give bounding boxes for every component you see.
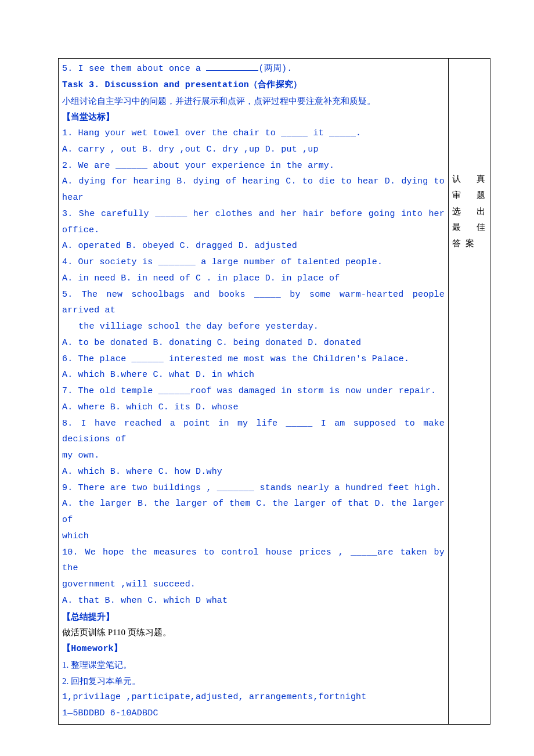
section-homework: 【Homework】 — [62, 641, 445, 657]
q9: 9. There are two buildings , _______ sta… — [62, 480, 445, 496]
answers-line1: 1,privilage ,participate,adjusted, arran… — [62, 689, 445, 705]
task3-desc: 小组讨论自主学习中的问题，并进行展示和点评，点评过程中要注意补充和质疑。 — [62, 93, 445, 110]
q10-options: A. that B. when C. which D what — [62, 593, 445, 609]
q9-options: A. the larger B. the larger of them C. t… — [62, 496, 445, 528]
blank-q5 — [206, 63, 258, 71]
q8-line2: my own. — [62, 448, 445, 464]
q4: 4. Our society is _______ a large number… — [62, 254, 445, 271]
q9-options2: which — [62, 528, 445, 545]
hw2: 2. 回扣复习本单元。 — [62, 674, 445, 690]
answers-line2: 1—5BDDBD 6-10ADBDC — [62, 705, 445, 722]
q10-line2: government ,will succeed. — [62, 577, 445, 593]
q2: 2. We are ______ about your experience i… — [62, 158, 445, 174]
q7-options: A. where B. which C. its D. whose — [62, 399, 445, 416]
q7: 7. The old temple ______roof was damaged… — [62, 383, 445, 399]
q2-options: A. dying for hearing B. dying of hearing… — [62, 174, 445, 206]
q8-options: A. which B. where C. how D.why — [62, 464, 445, 480]
zongjie-line: 做活页训练 P110 页练习题。 — [62, 625, 445, 641]
q6: 6. The place ______ interested me most w… — [62, 351, 445, 368]
q1-options: A. carry , out B. dry ,out C. dry ,up D.… — [62, 142, 445, 158]
main-cell: 5. I see them about once a (两周). Task 3.… — [59, 59, 449, 725]
side-note: 认 真 审 题 选 出 最 佳 答 案 — [452, 61, 486, 252]
section-dangtang: 【当堂达标】 — [62, 109, 445, 125]
q3-options: A. operated B. obeyed C. dragged D. adju… — [62, 238, 445, 254]
q1: 1. Hang your wet towel over the chair to… — [62, 125, 445, 142]
q6-options: A. which B.where C. what D. in which — [62, 367, 445, 383]
section-zongjie: 【总结提升】 — [62, 609, 445, 625]
fill-in-q5: 5. I see them about once a (两周). — [62, 61, 445, 77]
q5b-options: A. to be donated B. donating C. being do… — [62, 335, 445, 351]
task3-heading: Task 3. Discussion and presentation（合作探究… — [62, 77, 445, 93]
q5-suffix: (两周). — [258, 64, 292, 74]
q5b: 5. The new schoolbags and books _____ by… — [62, 287, 445, 319]
q4-options: A. in need B. in need of C . in place D.… — [62, 271, 445, 287]
hw1: 1. 整理课堂笔记。 — [62, 657, 445, 674]
q5-prefix: 5. I see them about once a — [62, 64, 206, 74]
q5b-line2: the villiage school the day before yeste… — [62, 319, 445, 335]
side-cell: 认 真 审 题 选 出 最 佳 答 案 — [449, 59, 490, 725]
q10: 10. We hope the measures to control hous… — [62, 545, 445, 577]
q3: 3. She carefully ______ her clothes and … — [62, 206, 445, 239]
q8: 8. I have reached a point in my life ___… — [62, 416, 445, 448]
content-table: 5. I see them about once a (两周). Task 3.… — [58, 58, 490, 725]
